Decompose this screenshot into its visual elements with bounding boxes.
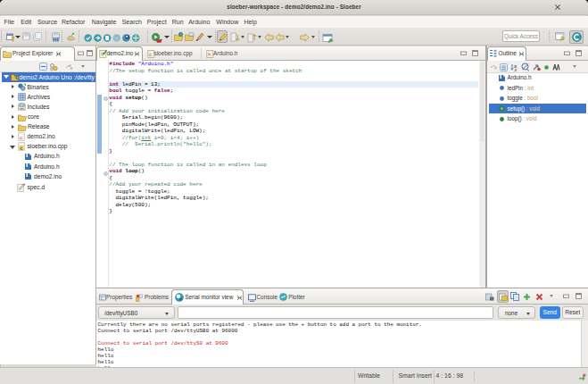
- svg-text:z: z: [514, 67, 517, 71]
- svg-text:c: c: [20, 146, 22, 151]
- svg-text:h: h: [208, 52, 211, 57]
- svg-text:c: c: [149, 52, 152, 57]
